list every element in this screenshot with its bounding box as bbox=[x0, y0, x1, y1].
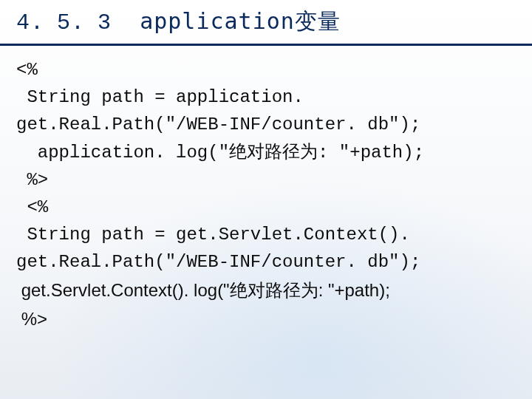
section-number: 4. 5. 3 bbox=[16, 10, 112, 35]
code-line-6: String path = get.Servlet.Context(). get… bbox=[16, 225, 420, 272]
slide-title: 4. 5. 3 application变量 bbox=[16, 7, 341, 37]
code-line-8: %> bbox=[16, 309, 47, 329]
code-line-7: get.Servlet.Context(). log("绝对路径为: "+pat… bbox=[16, 280, 390, 300]
slide: { "header": { "section_number": "4. 5. 3… bbox=[0, 0, 532, 399]
code-line-4: %> bbox=[16, 170, 48, 190]
code-line-5: <% bbox=[16, 197, 48, 217]
slide-header: 4. 5. 3 application变量 bbox=[0, 0, 532, 46]
code-line-3: application. log("绝对路径为: "+path); bbox=[16, 143, 424, 163]
code-line-1: <% bbox=[16, 60, 38, 80]
title-text: application变量 bbox=[140, 8, 341, 34]
code-line-2: String path = application. get.Real.Path… bbox=[16, 87, 420, 134]
code-block: <% String path = application. get.Real.P… bbox=[0, 46, 532, 334]
